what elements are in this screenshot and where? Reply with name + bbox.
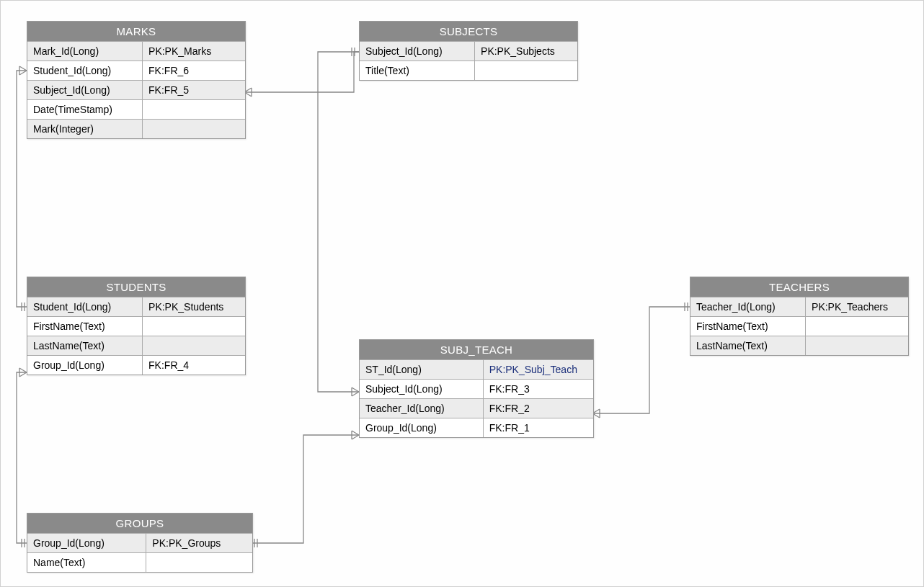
entity-students[interactable]: STUDENTS Student_Id(Long) PK:PK_Students…	[27, 277, 246, 375]
table-row: Group_Id(Long) PK:PK_Groups	[27, 533, 252, 552]
col-key	[806, 317, 908, 336]
entity-title: GROUPS	[27, 514, 252, 533]
col-name: LastName(Text)	[690, 336, 806, 355]
col-key: PK:PK_Subj_Teach	[484, 360, 593, 379]
table-row: Subject_Id(Long) FK:FR_5	[27, 80, 245, 99]
col-name: FirstName(Text)	[27, 317, 143, 336]
entity-title: MARKS	[27, 22, 245, 41]
col-key: FK:FR_3	[484, 380, 593, 398]
col-key: PK:PK_Students	[143, 297, 245, 316]
table-row: Subject_Id(Long) FK:FR_3	[360, 379, 593, 398]
col-name: Group_Id(Long)	[27, 534, 146, 552]
entity-title: TEACHERS	[690, 277, 908, 297]
col-name: Teacher_Id(Long)	[690, 297, 806, 316]
table-row: ST_Id(Long) PK:PK_Subj_Teach	[360, 359, 593, 379]
col-name: Name(Text)	[27, 553, 146, 572]
col-name: Student_Id(Long)	[27, 297, 143, 316]
table-row: Student_Id(Long) FK:FR_6	[27, 61, 245, 80]
rel-fr4	[17, 368, 27, 547]
entity-groups[interactable]: GROUPS Group_Id(Long) PK:PK_Groups Name(…	[27, 513, 253, 573]
table-row: Group_Id(Long) FK:FR_1	[360, 418, 593, 437]
col-key: FK:FR_5	[143, 81, 245, 99]
rel-fr3	[318, 52, 359, 396]
col-key	[143, 336, 245, 355]
col-key	[143, 100, 245, 119]
col-key: PK:PK_Teachers	[806, 297, 908, 316]
col-key: FK:FR_2	[484, 399, 593, 418]
col-key: FK:FR_4	[143, 356, 245, 375]
table-row: Date(TimeStamp)	[27, 99, 245, 119]
table-row: Student_Id(Long) PK:PK_Students	[27, 297, 245, 316]
table-row: Mark_Id(Long) PK:PK_Marks	[27, 41, 245, 61]
col-name: Group_Id(Long)	[360, 418, 484, 437]
rel-fr6	[17, 66, 27, 311]
entity-title: STUDENTS	[27, 277, 245, 297]
entity-marks[interactable]: MARKS Mark_Id(Long) PK:PK_Marks Student_…	[27, 21, 246, 139]
col-key: FK:FR_6	[143, 61, 245, 80]
col-key: PK:PK_Subjects	[475, 42, 577, 61]
col-key	[143, 317, 245, 336]
col-key	[806, 336, 908, 355]
table-row: LastName(Text)	[690, 336, 908, 355]
table-row: Teacher_Id(Long) PK:PK_Teachers	[690, 297, 908, 316]
col-name: Subject_Id(Long)	[360, 380, 484, 398]
col-name: Mark_Id(Long)	[27, 42, 143, 61]
col-name: Teacher_Id(Long)	[360, 399, 484, 418]
table-row: Subject_Id(Long) PK:PK_Subjects	[360, 41, 577, 61]
entity-title: SUBJ_TEACH	[360, 340, 593, 359]
entity-subjects[interactable]: SUBJECTS Subject_Id(Long) PK:PK_Subjects…	[359, 21, 578, 81]
col-name: Mark(Integer)	[27, 120, 143, 138]
col-key: PK:PK_Marks	[143, 42, 245, 61]
col-name: Subject_Id(Long)	[27, 81, 143, 99]
col-name: Subject_Id(Long)	[360, 42, 475, 61]
col-key	[146, 553, 252, 572]
table-row: Mark(Integer)	[27, 119, 245, 138]
rel-fr2	[592, 303, 690, 418]
table-row: LastName(Text)	[27, 336, 245, 355]
col-name: Group_Id(Long)	[27, 356, 143, 375]
rel-fr5	[244, 48, 359, 97]
entity-teachers[interactable]: TEACHERS Teacher_Id(Long) PK:PK_Teachers…	[690, 277, 909, 356]
table-row: Name(Text)	[27, 552, 252, 572]
er-diagram-canvas: MARKS Mark_Id(Long) PK:PK_Marks Student_…	[0, 0, 924, 587]
table-row: Title(Text)	[360, 61, 577, 80]
col-name: FirstName(Text)	[690, 317, 806, 336]
col-key: FK:FR_1	[484, 418, 593, 437]
entity-title: SUBJECTS	[360, 22, 577, 41]
table-row: FirstName(Text)	[690, 316, 908, 336]
entity-subj-teach[interactable]: SUBJ_TEACH ST_Id(Long) PK:PK_Subj_Teach …	[359, 339, 594, 438]
col-name: Date(TimeStamp)	[27, 100, 143, 119]
rel-fr1	[252, 431, 359, 547]
col-name: ST_Id(Long)	[360, 360, 484, 379]
table-row: Group_Id(Long) FK:FR_4	[27, 355, 245, 375]
table-row: Teacher_Id(Long) FK:FR_2	[360, 398, 593, 418]
col-name: Student_Id(Long)	[27, 61, 143, 80]
col-name: LastName(Text)	[27, 336, 143, 355]
table-row: FirstName(Text)	[27, 316, 245, 336]
col-name: Title(Text)	[360, 61, 475, 80]
col-key	[475, 61, 577, 80]
col-key	[143, 120, 245, 138]
col-key: PK:PK_Groups	[146, 534, 252, 552]
